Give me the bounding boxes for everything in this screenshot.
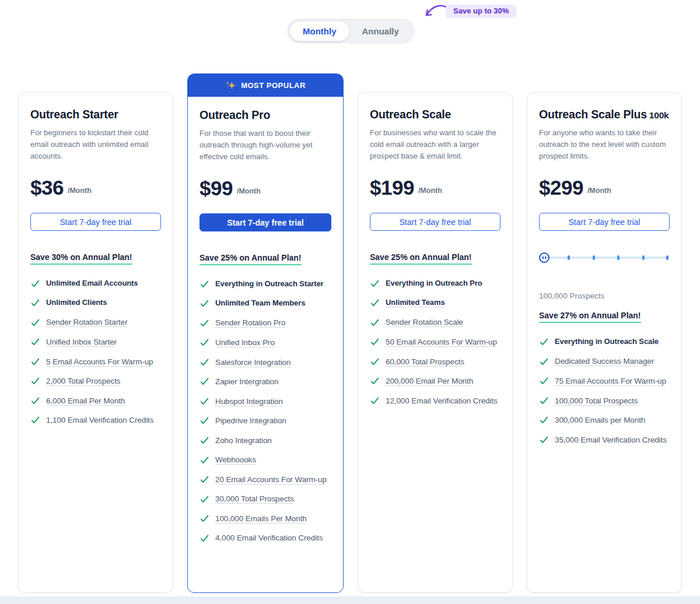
- save-badge: Save up to 30%: [446, 5, 516, 18]
- feature-list: Unlimited Email AccountsUnlimited Client…: [30, 279, 161, 425]
- feature-label: Everything in Outreach Pro: [386, 279, 482, 289]
- feature-label[interactable]: 20 Email Accounts For Warm-up: [215, 475, 327, 485]
- check-icon: [539, 337, 549, 347]
- toggle-monthly[interactable]: Monthly: [290, 22, 349, 41]
- feature-label[interactable]: Sender Rotation Scale: [386, 317, 463, 328]
- feature-row: Everything in Outreach Scale: [539, 337, 670, 347]
- plan-period: /Month: [587, 187, 611, 195]
- feature-label[interactable]: 6,000 Email Per Month: [46, 396, 125, 406]
- feature-label: 1,100 Email Verification Credits: [46, 415, 153, 426]
- slider-tick: [666, 255, 668, 260]
- check-icon: [30, 376, 40, 386]
- feature-row: 75 Email Accounts For Warm-up: [539, 376, 670, 387]
- feature-label[interactable]: 5 Email Accounts For Warm-up: [46, 357, 153, 367]
- feature-row: 30,000 Total Prospects: [200, 494, 331, 504]
- feature-label[interactable]: Dedicated Success Manager: [555, 356, 654, 367]
- check-icon: [200, 318, 209, 328]
- plan-price: $299: [539, 177, 583, 198]
- most-popular-label: MOST POPULAR: [241, 81, 306, 90]
- feature-list: Everything in Outreach ProUnlimited Team…: [370, 279, 501, 406]
- toggle-annually[interactable]: Annually: [349, 22, 412, 41]
- feature-row: Unified Inbox Pro: [200, 338, 331, 348]
- feature-label[interactable]: 100,000 Total Prospects: [555, 396, 638, 406]
- plan-card: Outreach StarterFor beginners to kicksta…: [18, 92, 173, 593]
- feature-label: Zoho Integration: [215, 436, 272, 446]
- feature-row: 100,000 Total Prospects: [539, 396, 670, 406]
- check-icon: [539, 396, 549, 406]
- feature-label[interactable]: Sender Rotation Starter: [46, 317, 128, 328]
- feature-list: Everything in Outreach StarterUnlimited …: [200, 279, 331, 543]
- feature-label[interactable]: 75 Email Accounts For Warm-up: [555, 376, 666, 387]
- feature-label[interactable]: 200,000 Email Per Month: [386, 376, 473, 387]
- check-icon: [200, 377, 209, 387]
- feature-row: Unlimited Team Members: [200, 299, 331, 308]
- feature-list: Everything in Outreach ScaleDedicated Su…: [539, 337, 670, 445]
- feature-label[interactable]: 100,000 Emails Per Month: [215, 514, 307, 524]
- plan-card: Outreach Scale Plus100kFor anyone who wa…: [527, 92, 682, 593]
- feature-label: Everything in Outreach Starter: [215, 279, 324, 289]
- start-trial-button[interactable]: Start 7-day free trial: [539, 213, 670, 231]
- feature-row: Everything in Outreach Starter: [200, 279, 331, 289]
- feature-row: 2,000 Total Prospects: [30, 376, 161, 387]
- check-icon: [370, 279, 380, 289]
- plan-price-row: $99/Month: [200, 178, 331, 198]
- feature-row: Unlimited Email Accounts: [30, 279, 161, 289]
- feature-label[interactable]: Webhoooks: [215, 455, 256, 465]
- plan-title: Outreach Scale: [370, 108, 501, 121]
- check-icon: [370, 298, 380, 308]
- feature-row: Zapier Intergration: [200, 377, 331, 387]
- feature-label[interactable]: 30,000 Total Prospects: [215, 494, 294, 504]
- feature-label[interactable]: 2,000 Total Prospects: [46, 376, 120, 387]
- feature-row: Salesforce Integration: [200, 357, 331, 368]
- start-trial-button[interactable]: Start 7-day free trial: [30, 213, 161, 231]
- check-icon: [370, 376, 380, 386]
- check-icon: [539, 376, 549, 386]
- billing-toggle[interactable]: Monthly Annually: [287, 19, 415, 44]
- feature-row: 35,000 Email Verification Credits: [539, 435, 670, 445]
- prospects-slider[interactable]: [539, 252, 670, 263]
- feature-label[interactable]: Unified Inbox Starter: [46, 337, 117, 347]
- feature-label[interactable]: Hubspot Integration: [215, 396, 283, 407]
- slider-handle[interactable]: [539, 252, 550, 263]
- slider-tick: [642, 255, 645, 260]
- feature-label[interactable]: Unlimited Teams: [386, 298, 445, 308]
- check-icon: [370, 337, 380, 347]
- feature-row: Everything in Outreach Pro: [370, 279, 501, 289]
- check-icon: [200, 533, 209, 543]
- check-icon: [200, 279, 209, 289]
- feature-label: Pipedrive Integration: [215, 416, 286, 426]
- check-icon: [30, 357, 40, 367]
- sparkles-icon: [225, 80, 236, 91]
- feature-label: 4,000 Email Verification Credits: [215, 533, 323, 543]
- feature-label[interactable]: Unified Inbox Pro: [215, 338, 275, 348]
- plan-price-row: $36/Month: [30, 177, 161, 198]
- feature-row: 1,100 Email Verification Credits: [30, 415, 161, 426]
- plan-title: Outreach Starter: [30, 108, 161, 121]
- feature-row: Hubspot Integration: [200, 396, 331, 407]
- feature-row: Unlimited Clients: [30, 298, 161, 308]
- check-icon: [30, 298, 40, 308]
- feature-row: Sender Rotation Pro: [200, 318, 331, 328]
- feature-row: Dedicated Success Manager: [539, 356, 670, 367]
- start-trial-button[interactable]: Start 7-day free trial: [370, 213, 501, 231]
- check-icon: [200, 357, 209, 367]
- check-icon: [200, 396, 209, 406]
- feature-row: Webhoooks: [200, 455, 331, 465]
- plan-price-row: $199/Month: [370, 177, 501, 198]
- check-icon: [30, 396, 40, 406]
- check-icon: [30, 279, 40, 289]
- check-icon: [200, 338, 209, 347]
- slider-track[interactable]: [540, 257, 670, 259]
- feature-row: Sender Rotation Starter: [30, 317, 161, 328]
- feature-label[interactable]: Sender Rotation Pro: [215, 318, 285, 328]
- start-trial-button[interactable]: Start 7-day free trial: [200, 213, 331, 231]
- feature-label[interactable]: 60,000 Total Prospects: [386, 357, 464, 367]
- plan-card-body: Outreach ProFor those that want to boost…: [188, 97, 343, 559]
- feature-label[interactable]: 50 Email Accounts For Warm-up: [386, 337, 497, 347]
- feature-row: 5 Email Accounts For Warm-up: [30, 357, 161, 367]
- plans-row: Outreach StarterFor beginners to kicksta…: [18, 73, 683, 593]
- feature-label[interactable]: Salesforce Integration: [215, 357, 290, 368]
- plan-title: Outreach Pro: [200, 108, 331, 122]
- check-icon: [30, 415, 40, 425]
- plan-price-row: $299/Month: [539, 177, 670, 198]
